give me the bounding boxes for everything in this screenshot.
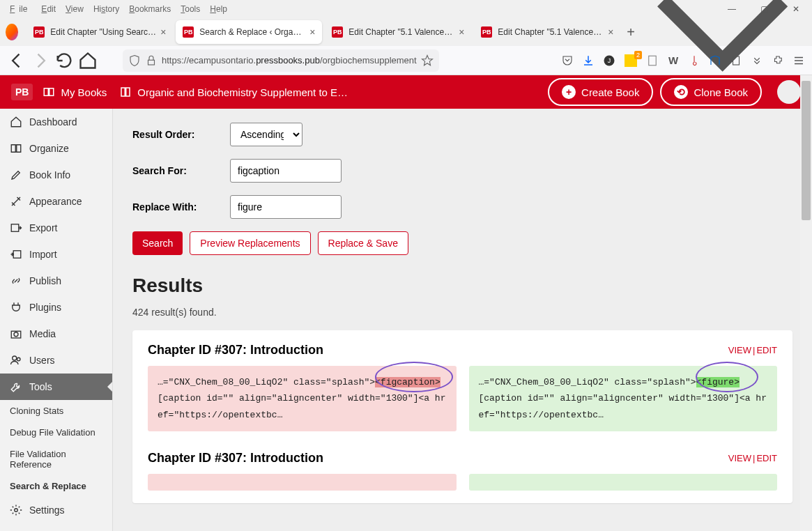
sidebar-sub-filevalidation[interactable]: File Validation Reference [0,443,112,475]
result-card: Chapter ID #307: Introduction VIEW|EDIT … [132,330,792,503]
view-link[interactable]: VIEW [728,345,751,355]
address-field[interactable]: https://ecampusontario.pressbooks.pub/or… [123,49,439,72]
result-order-select[interactable]: Ascending [230,123,302,146]
pencil-icon [10,169,22,181]
replace-with-input[interactable] [230,195,342,219]
shield-icon [128,54,141,67]
import-icon [10,248,22,261]
admin-sidebar: Dashboard Organize Book Info Appearance … [0,109,113,531]
svg-point-11 [15,509,18,512]
menu-tools[interactable]: Tools [176,3,204,15]
tab-close-icon[interactable]: × [160,26,166,38]
back-button[interactable] [7,51,26,70]
pb-logo-icon[interactable]: PB [11,84,33,100]
sidebar-item-appearance[interactable]: Appearance [0,188,112,215]
favicon-icon: PB [332,26,343,38]
extensions-icon[interactable] [772,54,784,67]
tab-label: Edit Chapter "5.1 Valence Bond [498,27,604,37]
sidebar-sub-debug[interactable]: Debug File Validation [0,422,112,443]
browser-tab[interactable]: PB Edit Chapter "Using Search & Re × [26,20,173,44]
sidebar-item-organize[interactable]: Organize [0,135,112,162]
browser-tabbar: PB Edit Chapter "Using Search & Re × PB … [0,18,812,46]
sidebar-item-dashboard[interactable]: Dashboard [0,109,112,135]
w-icon[interactable]: W [667,54,680,67]
menu-edit[interactable]: Edit [37,3,60,15]
sidebar-item-tools[interactable]: Tools [0,374,112,400]
diff-old [148,474,457,491]
sidebar-item-media[interactable]: Media [0,321,112,347]
camera-icon [10,328,22,340]
window-maximize[interactable]: ▢ [748,0,780,18]
document-icon[interactable] [646,54,659,67]
forward-button[interactable] [31,51,50,70]
downloads-icon[interactable] [582,54,595,67]
my-books-link[interactable]: My Books [43,86,107,98]
users-icon [10,354,22,367]
browser-tab-active[interactable]: PB Search & Replace ‹ Organic and × [176,20,322,44]
search-for-input[interactable] [230,159,342,183]
create-book-button[interactable]: +Create Book [548,78,653,106]
sidebar-item-plugins[interactable]: Plugins [0,294,112,321]
export-icon [10,222,22,234]
svg-rect-5 [11,224,19,232]
book-title-link[interactable]: Organic and Biochemistry Supplement to E… [119,86,548,98]
menu-bookmarks[interactable]: Bookmarks [125,3,175,15]
books-icon [43,86,55,98]
edit-link[interactable]: EDIT [756,345,777,355]
home-icon [10,116,22,128]
sidebar-item-settings[interactable]: Settings [0,497,112,523]
browser-tab[interactable]: PB Edit Chapter "5.1 Valence Bond × [474,20,620,44]
sidebar-item-book-info[interactable]: Book Info [0,162,112,188]
tab-label: Edit Chapter "5.1 Valence Bond [348,27,454,37]
window-minimize[interactable]: — [716,0,748,18]
user-avatar[interactable] [777,80,801,104]
account-icon[interactable]: J [603,54,615,67]
view-link[interactable]: VIEW [728,453,751,463]
tab-close-icon[interactable]: × [459,26,464,38]
highlight-new: <figure> [696,377,740,387]
scrollbar-thumb[interactable] [802,81,811,220]
reload-button[interactable] [54,51,74,70]
firefox-icon[interactable] [6,24,18,40]
menu-help[interactable]: Help [206,3,231,15]
new-tab-button[interactable]: + [623,22,638,42]
page-scrollbar[interactable] [800,75,812,531]
results-heading: Results [132,275,792,297]
badge-count: 2 [634,51,642,59]
library-icon[interactable] [709,54,721,67]
sidebar-item-publish[interactable]: Publish [0,268,112,294]
menu-history[interactable]: History [89,3,123,15]
sidebar-item-import[interactable]: Import [0,241,112,268]
window-close[interactable]: ✕ [780,0,812,18]
tab-close-icon[interactable]: × [309,26,315,38]
tab-close-icon[interactable]: × [608,26,613,38]
sidebar-item-export[interactable]: Export [0,215,112,241]
replace-label: Replace With: [132,201,230,213]
menu-file[interactable]: File [6,3,36,15]
replace-save-button[interactable]: Replace & Save [318,231,408,255]
menu-view[interactable]: View [61,3,88,15]
favicon-icon: PB [481,26,492,38]
svg-rect-6 [13,251,21,259]
highlight-old: <figcaption> [375,377,441,387]
star-icon[interactable] [421,54,434,67]
home-button[interactable] [78,51,98,70]
clipboard-icon[interactable] [730,54,742,67]
thermometer-icon[interactable] [688,54,700,67]
diff-old: …="CNX_Chem_08_00_LiqO2" class="splash">… [148,366,457,431]
clone-book-button[interactable]: ⟲Clone Book [660,78,762,106]
preview-button[interactable]: Preview Replacements [190,231,310,255]
sidebar-sub-cloning[interactable]: Cloning Stats [0,400,112,422]
overflow-icon[interactable] [751,54,763,67]
browser-tab[interactable]: PB Edit Chapter "5.1 Valence Bond × [325,20,471,44]
hamburger-icon[interactable] [792,54,805,67]
extension-icon[interactable]: 2 [624,54,638,68]
search-button[interactable]: Search [132,231,183,255]
book-title-text: Organic and Biochemistry Supplement to E… [137,86,348,98]
sidebar-item-users[interactable]: Users [0,347,112,374]
edit-link[interactable]: EDIT [756,453,777,463]
pocket-icon[interactable] [561,54,574,67]
sidebar-sub-search-replace[interactable]: Search & Replace [0,475,112,497]
results-count: 424 result(s) found. [132,307,792,318]
book-open-icon [10,142,22,155]
